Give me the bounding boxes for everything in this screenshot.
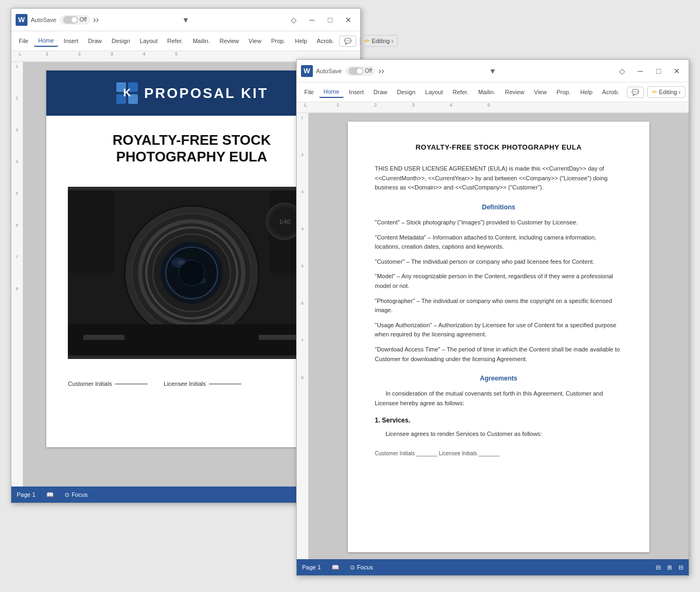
status-view-web-2[interactable]: ⊞ (667, 564, 672, 571)
title-search-icon-1: ▼ (182, 16, 190, 24)
title-bar-left-1: W AutoSave Off ›› (16, 14, 101, 26)
ribbon-right-1: 💬 ✏ Editing › (339, 35, 398, 47)
maximize-btn-1[interactable]: □ (323, 12, 338, 27)
def-5: "Usage Authorization" – Authorization by… (375, 321, 622, 340)
tab-mailings-1[interactable]: Mailin. (188, 36, 214, 46)
more-options-1[interactable]: ›› (93, 15, 99, 25)
agreements-title-2: Agreements (375, 373, 622, 384)
tab-insert-2[interactable]: Insert (345, 87, 368, 97)
autosave-toggle-1[interactable]: Off (60, 15, 90, 25)
more-options-2[interactable]: ›› (379, 66, 384, 76)
title-bar-center-2: ▼ (397, 67, 589, 75)
page-main-title-line1: Royalty-Free Stock (68, 132, 316, 149)
tab-draw-2[interactable]: Draw (369, 87, 392, 97)
autosave-label-2: AutoSave (316, 68, 342, 74)
tab-review-2[interactable]: Review (501, 87, 529, 97)
diamond-btn-2[interactable]: ◇ (614, 64, 629, 79)
toggle-thumb-2 (357, 68, 362, 74)
title-bar-left-2: W AutoSave Off ›› (301, 65, 397, 77)
title-bar-right-2: ◇ ─ □ ✕ (589, 64, 684, 79)
editing-chevron-1: › (391, 38, 394, 44)
status-focus-2[interactable]: ⊙ Focus (350, 564, 373, 571)
close-btn-1[interactable]: ✕ (341, 12, 356, 27)
tab-file-1[interactable]: File (15, 36, 33, 46)
diamond-btn-1[interactable]: ◇ (286, 12, 301, 27)
status-focus-1[interactable]: ⊙ Focus (65, 491, 88, 498)
status-view-read-2[interactable]: ⊟ (678, 564, 683, 571)
ruler-mark-1: 1 (46, 51, 48, 57)
tab-home-1[interactable]: Home (34, 35, 58, 47)
page-title-area: Royalty-Free Stock Photography EULA (46, 116, 337, 176)
title-bar-right-1: ◇ ─ □ ✕ (271, 12, 356, 27)
close-btn-2[interactable]: ✕ (669, 64, 684, 79)
vruler-3: 3 (16, 128, 18, 132)
def-3: "Model" – Any recognizable person in the… (375, 272, 622, 291)
tab-view-1[interactable]: View (244, 36, 266, 46)
vruler-4: 4 (16, 159, 18, 164)
status-icon-2[interactable]: 📖 (332, 564, 339, 571)
tab-layout-1[interactable]: Layout (136, 36, 162, 46)
tab-view-2[interactable]: View (530, 87, 551, 97)
autosave-toggle-2[interactable]: Off (345, 66, 375, 76)
tab-help-2[interactable]: Help (576, 87, 597, 97)
tab-home-2[interactable]: Home (319, 86, 344, 98)
ruler-mark-0: L (19, 51, 22, 57)
status-focus-label-2: Focus (357, 564, 373, 570)
tab-help-1[interactable]: Help (291, 36, 312, 46)
tab-references-2[interactable]: Refer. (449, 87, 473, 97)
tab-layout-2[interactable]: Layout (421, 87, 447, 97)
vruler2-4: 4 (301, 227, 303, 231)
tab-proofing-2[interactable]: Prop. (552, 87, 575, 97)
focus-icon-2: ⊙ (350, 564, 355, 571)
tab-proofing-1[interactable]: Prop. (267, 36, 289, 46)
left-ruler-1: 1 2 3 4 5 6 7 8 (11, 62, 23, 487)
ruler-mark-4: 4 (143, 51, 145, 57)
tab-review-1[interactable]: Review (215, 36, 243, 46)
book-icon-2: 📖 (332, 564, 339, 571)
minimize-btn-1[interactable]: ─ (304, 12, 319, 27)
tab-references-1[interactable]: Refer. (163, 36, 187, 46)
toggle-track-2 (348, 67, 363, 75)
tab-insert-1[interactable]: Insert (59, 36, 83, 46)
status-icon-1[interactable]: 📖 (46, 491, 54, 498)
maximize-btn-2[interactable]: □ (651, 64, 666, 79)
comment-button-2[interactable]: 💬 (627, 87, 644, 98)
tab-file-2[interactable]: File (300, 87, 318, 97)
customer-initials-1: Customer Initials (68, 380, 148, 387)
tab-design-2[interactable]: Design (393, 87, 419, 97)
status-right-2: ⊟ ⊞ ⊟ (656, 564, 683, 571)
status-view-print-2[interactable]: ⊟ (656, 564, 661, 571)
pencil-icon-2: ✏ (652, 88, 657, 96)
tab-mailings-2[interactable]: Mailin. (474, 87, 500, 97)
doc-area-2: 1 2 3 4 5 6 7 8 ROYALTY-FREE STOCK PHOTO… (297, 113, 689, 559)
doc-body-2: THIS END USER LICENSE AGREEMENT (EULA) i… (375, 164, 622, 458)
toggle-state-1: Off (80, 17, 87, 23)
tab-acrobat-1[interactable]: Acrob. (312, 36, 338, 46)
editing-button-1[interactable]: ✏ Editing › (360, 35, 398, 47)
tab-draw-1[interactable]: Draw (84, 36, 107, 46)
licensee-initials-1: Licensee Initials (164, 380, 241, 387)
page-header-banner: K PROPOSAL KIT (46, 71, 337, 116)
ruler-2: L 1 2 3 4 5 (297, 102, 689, 113)
ruler-content-2: L 1 2 3 4 5 (299, 102, 687, 112)
ruler2-mark-0: L (304, 102, 307, 108)
title-bar-1: W AutoSave Off ›› ▼ ◇ ─ □ ✕ (11, 9, 360, 31)
comment-button-1[interactable]: 💬 (339, 36, 356, 47)
ribbon-tabs-2: File Home Insert Draw Design Layout Refe… (297, 82, 689, 102)
editing-label-2: Editing (659, 89, 677, 95)
tab-design-1[interactable]: Design (107, 36, 134, 46)
agreements-intro-2: In consideration of the mutual covenants… (375, 389, 622, 408)
web-view-icon-2: ⊞ (667, 564, 672, 571)
footer-customer-line-2: _______ (416, 450, 439, 456)
page-footer-initials: Customer Initials Licensee Initials (46, 370, 337, 403)
pencil-icon-1: ✏ (365, 37, 370, 45)
footer-customer-label-2: Customer Initials (375, 450, 415, 456)
minimize-btn-2[interactable]: ─ (633, 64, 648, 79)
toggle-thumb-1 (72, 17, 77, 23)
editing-button-2[interactable]: ✏ Editing › (647, 86, 685, 98)
ruler-mark-2: 2 (78, 51, 81, 57)
autosave-label-1: AutoSave (31, 17, 57, 23)
licensee-initials-label-1: Licensee Initials (164, 380, 206, 387)
vruler-2: 2 (16, 96, 18, 101)
tab-acrobat-2[interactable]: Acrob. (598, 87, 624, 97)
